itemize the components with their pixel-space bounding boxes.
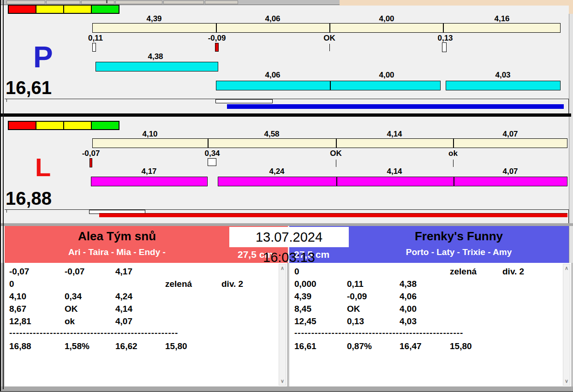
p-penalty-mark-white-1	[92, 43, 96, 52]
l-split-label-1: 4,10	[142, 130, 157, 138]
titlebar-segment[interactable]	[81, 0, 114, 4]
left-results-pane[interactable]	[5, 263, 287, 386]
left-team-members: Ari - Taira - Mia - Endy -	[5, 247, 229, 257]
table-cell: ok	[65, 316, 75, 326]
table-separator: ----------------------------------------…	[294, 328, 463, 338]
window-bottom-strip	[0, 386, 573, 392]
table-cell: 12,45	[294, 316, 316, 326]
p-split-label-4: 4,16	[494, 15, 509, 23]
bar-divider	[329, 23, 330, 33]
window-border-left-outer	[0, 0, 1, 391]
bar-divider	[208, 138, 209, 148]
bar-divider	[216, 23, 217, 33]
table-total: 15,80	[165, 341, 187, 351]
l-penalty-label-4: ok	[448, 149, 458, 158]
p-split-bar	[92, 23, 561, 33]
table-cell: 4,10	[9, 291, 26, 301]
p-penalty-label-2: -0,09	[208, 34, 226, 42]
scroll-up-icon[interactable]: ∧	[281, 266, 284, 271]
l-light-yellow-2	[63, 121, 92, 130]
table-cell: 8,45	[294, 304, 311, 314]
p-gauge-white	[215, 99, 273, 103]
bar-divider	[336, 177, 337, 186]
table-separator: ----------------------------------------…	[9, 328, 178, 338]
app-window: P 16,61 4,39 4,06 4,00 4,16 0,11 -0,09 O…	[0, 0, 573, 392]
right-results-scrollbar[interactable]: ∧ ∨	[563, 264, 570, 386]
p-lap-bar-2	[216, 81, 441, 90]
scroll-down-icon[interactable]: ∨	[565, 379, 568, 384]
p-penalty-label-4: 0,13	[437, 34, 453, 42]
table-cell: 12,81	[9, 316, 31, 326]
l-total-time: 16,88	[6, 189, 52, 208]
clock-display: 13.07.2024 16:03:13	[229, 227, 349, 247]
p-penalty-label-3: OK	[323, 34, 335, 42]
p-penalty-tick	[329, 44, 330, 51]
l-run-progress-bar	[99, 213, 567, 217]
p-subpanel-right-border	[568, 99, 569, 113]
table-cell: 4,03	[400, 316, 417, 326]
l-lap1-label: 4,17	[141, 167, 156, 176]
table-cell: 8,67	[9, 304, 26, 314]
table-cell: OK	[65, 304, 78, 314]
table-total: 1,58%	[65, 341, 90, 351]
table-total: 16,61	[294, 341, 316, 351]
table-cell: 0,11	[347, 279, 364, 289]
right-team-name: Frenky's Funny	[349, 229, 569, 244]
l-penalty-mark-red	[90, 158, 92, 167]
table-total: 16,88	[9, 341, 31, 351]
table-cell: 0,000	[294, 279, 316, 289]
l-penalty-tick-1	[336, 160, 336, 167]
l-penalty-label-1: -0,07	[82, 149, 100, 158]
table-cell: 4,00	[400, 304, 417, 314]
table-cell: -0,09	[347, 291, 367, 301]
table-cell: 4,14	[115, 304, 132, 314]
bar-divider	[453, 138, 454, 148]
p-lap-label-4: 4,03	[495, 71, 510, 79]
table-cell: 4,38	[400, 279, 417, 289]
bar-divider	[454, 177, 454, 186]
right-results-pane[interactable]	[289, 263, 571, 386]
right-team-members: Porto - Laty - Trixie - Amy	[349, 247, 569, 257]
table-cell: zelená	[165, 279, 192, 289]
p-split-label-3: 4,00	[379, 15, 394, 23]
l-light-green	[91, 121, 119, 130]
scroll-up-icon[interactable]: ∧	[565, 266, 568, 271]
bar-divider	[330, 81, 331, 90]
l-penalty-tick-2	[453, 160, 454, 167]
p-lap1-label: 4,38	[148, 53, 163, 61]
window-border-left-inner	[3, 0, 4, 389]
titlebar-segment[interactable]	[205, 0, 238, 4]
p-penalty-mark-red	[215, 43, 219, 52]
l-light-yellow-1	[36, 121, 64, 130]
table-total: 16,62	[115, 341, 137, 351]
p-split-label-1: 4,39	[146, 15, 161, 23]
left-results-scrollbar[interactable]: ∧ ∨	[279, 264, 286, 386]
p-subpanel-border	[5, 99, 568, 99]
p-lap-bar-3	[446, 81, 561, 90]
table-cell: zelená	[450, 267, 477, 276]
table-cell: 0	[9, 279, 14, 289]
p-light-green	[91, 5, 119, 14]
l-lap-label-2: 4,24	[269, 167, 284, 176]
table-cell: div. 2	[221, 279, 243, 289]
l-light-red	[8, 121, 36, 130]
table-cell: 4,06	[400, 291, 417, 301]
table-cell: 4,39	[294, 291, 311, 301]
titlebar-segment[interactable]	[46, 0, 80, 4]
desktop-background	[569, 0, 573, 14]
titlebar-segment[interactable]	[6, 0, 45, 4]
table-cell: 4,07	[115, 316, 132, 326]
l-split-label-4: 4,07	[502, 130, 518, 138]
titlebar-segment[interactable]	[163, 0, 204, 4]
left-team-name: Alea Tým snů	[5, 229, 229, 244]
p-lap-label-3: 4,00	[379, 71, 394, 79]
titlebar-segment[interactable]	[115, 0, 162, 4]
table-cell: 0	[294, 267, 299, 276]
l-run-letter: L	[35, 154, 51, 180]
l-split-label-2: 4,58	[264, 130, 279, 138]
p-lap-bar-1	[96, 62, 218, 71]
scroll-down-icon[interactable]: ∨	[281, 379, 284, 384]
table-cell: -0,07	[9, 267, 29, 276]
l-lap-bar-2	[218, 177, 567, 186]
p-penalty-mark-white-2	[442, 42, 447, 52]
